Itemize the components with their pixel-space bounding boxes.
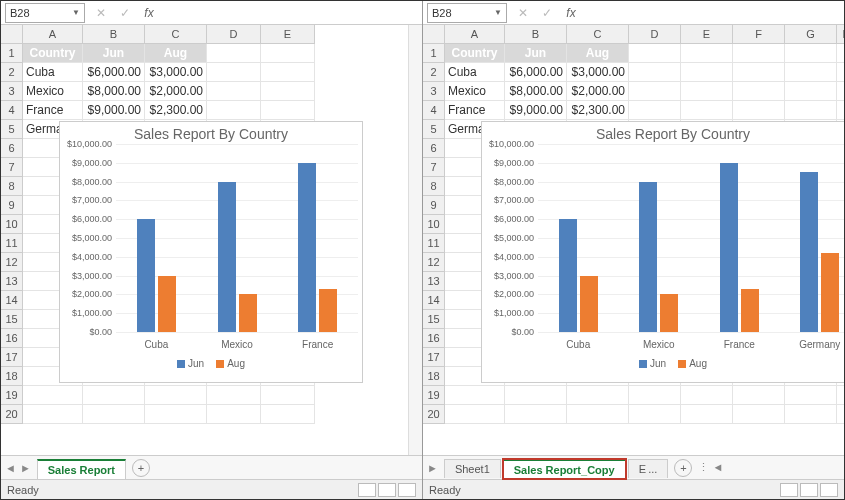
row-header[interactable]: 3 bbox=[423, 82, 445, 101]
column-header[interactable]: F bbox=[733, 25, 785, 44]
cell[interactable] bbox=[681, 63, 733, 82]
row-header[interactable]: 7 bbox=[423, 158, 445, 177]
cell[interactable] bbox=[681, 405, 733, 424]
cell[interactable]: Cuba bbox=[23, 63, 83, 82]
cell[interactable]: Cuba bbox=[445, 63, 505, 82]
column-header[interactable]: D bbox=[629, 25, 681, 44]
cell[interactable] bbox=[629, 405, 681, 424]
cell[interactable] bbox=[733, 386, 785, 405]
row-header[interactable]: 17 bbox=[1, 348, 23, 367]
cell[interactable] bbox=[733, 63, 785, 82]
row-header[interactable]: 13 bbox=[1, 272, 23, 291]
cell[interactable] bbox=[733, 44, 785, 63]
cell[interactable] bbox=[207, 44, 261, 63]
cell[interactable]: France bbox=[23, 101, 83, 120]
row-header[interactable]: 19 bbox=[1, 386, 23, 405]
cell[interactable] bbox=[837, 101, 844, 120]
cell[interactable] bbox=[145, 405, 207, 424]
row-header[interactable]: 5 bbox=[1, 120, 23, 139]
cell[interactable] bbox=[837, 44, 844, 63]
tab-nav-next-icon[interactable]: ► bbox=[20, 462, 31, 474]
cell[interactable]: Aug bbox=[567, 44, 629, 63]
row-header[interactable]: 15 bbox=[1, 310, 23, 329]
dropdown-icon[interactable]: ▼ bbox=[72, 8, 80, 17]
cell[interactable] bbox=[261, 405, 315, 424]
cell[interactable] bbox=[505, 386, 567, 405]
cancel-icon[interactable]: ✕ bbox=[89, 6, 113, 20]
column-header[interactable]: E bbox=[261, 25, 315, 44]
row-header[interactable]: 10 bbox=[1, 215, 23, 234]
cell[interactable]: $3,000.00 bbox=[145, 63, 207, 82]
row-header[interactable]: 11 bbox=[423, 234, 445, 253]
confirm-icon[interactable]: ✓ bbox=[113, 6, 137, 20]
row-header[interactable]: 19 bbox=[423, 386, 445, 405]
cell[interactable] bbox=[261, 63, 315, 82]
view-page-break-button[interactable] bbox=[820, 483, 838, 497]
cell[interactable] bbox=[261, 386, 315, 405]
row-header[interactable]: 14 bbox=[423, 291, 445, 310]
row-header[interactable]: 18 bbox=[1, 367, 23, 386]
row-header[interactable]: 7 bbox=[1, 158, 23, 177]
select-all-corner[interactable] bbox=[423, 25, 445, 44]
cell[interactable]: $9,000.00 bbox=[505, 101, 567, 120]
cell[interactable] bbox=[505, 405, 567, 424]
cell[interactable]: $9,000.00 bbox=[83, 101, 145, 120]
cell[interactable] bbox=[733, 101, 785, 120]
row-header[interactable]: 8 bbox=[1, 177, 23, 196]
chart[interactable]: Sales Report By Country$0.00$1,000.00$2,… bbox=[481, 121, 844, 383]
fx-icon[interactable]: fx bbox=[559, 6, 583, 20]
row-header[interactable]: 16 bbox=[1, 329, 23, 348]
row-header[interactable]: 13 bbox=[423, 272, 445, 291]
name-box[interactable]: B28▼ bbox=[427, 3, 507, 23]
row-header[interactable]: 12 bbox=[423, 253, 445, 272]
cell[interactable] bbox=[785, 44, 837, 63]
cell[interactable] bbox=[785, 63, 837, 82]
view-normal-button[interactable] bbox=[780, 483, 798, 497]
row-header[interactable]: 8 bbox=[423, 177, 445, 196]
cell[interactable]: Jun bbox=[83, 44, 145, 63]
column-header[interactable]: A bbox=[23, 25, 83, 44]
add-sheet-button[interactable]: + bbox=[132, 459, 150, 477]
cell[interactable] bbox=[681, 101, 733, 120]
row-header[interactable]: 9 bbox=[423, 196, 445, 215]
cell[interactable] bbox=[681, 82, 733, 101]
select-all-corner[interactable] bbox=[1, 25, 23, 44]
cell[interactable] bbox=[145, 386, 207, 405]
chart[interactable]: Sales Report By Country$0.00$1,000.00$2,… bbox=[59, 121, 363, 383]
row-header[interactable]: 9 bbox=[1, 196, 23, 215]
cell[interactable] bbox=[837, 405, 844, 424]
row-header[interactable]: 4 bbox=[1, 101, 23, 120]
row-header[interactable]: 18 bbox=[423, 367, 445, 386]
row-header[interactable]: 20 bbox=[1, 405, 23, 424]
row-header[interactable]: 2 bbox=[1, 63, 23, 82]
column-header[interactable]: C bbox=[567, 25, 629, 44]
cell[interactable] bbox=[681, 44, 733, 63]
cell[interactable] bbox=[261, 44, 315, 63]
column-header[interactable]: H bbox=[837, 25, 844, 44]
row-header[interactable]: 4 bbox=[423, 101, 445, 120]
tab-overflow-icon[interactable]: ⋮ ◄ bbox=[698, 461, 723, 474]
dropdown-icon[interactable]: ▼ bbox=[494, 8, 502, 17]
cell[interactable]: Country bbox=[445, 44, 505, 63]
cell[interactable]: Country bbox=[23, 44, 83, 63]
cell[interactable] bbox=[629, 82, 681, 101]
tab-nav-next-icon[interactable]: ► bbox=[427, 462, 438, 474]
column-header[interactable]: B bbox=[83, 25, 145, 44]
column-header[interactable]: B bbox=[505, 25, 567, 44]
column-header[interactable]: D bbox=[207, 25, 261, 44]
view-page-break-button[interactable] bbox=[398, 483, 416, 497]
row-header[interactable]: 6 bbox=[423, 139, 445, 158]
sheet-tab[interactable]: E ... bbox=[628, 459, 669, 478]
row-header[interactable]: 11 bbox=[1, 234, 23, 253]
cell[interactable] bbox=[785, 101, 837, 120]
row-header[interactable]: 14 bbox=[1, 291, 23, 310]
row-header[interactable]: 1 bbox=[423, 44, 445, 63]
cell[interactable]: $6,000.00 bbox=[505, 63, 567, 82]
row-header[interactable]: 20 bbox=[423, 405, 445, 424]
cell[interactable] bbox=[837, 386, 844, 405]
cell[interactable]: $3,000.00 bbox=[567, 63, 629, 82]
cell[interactable] bbox=[629, 101, 681, 120]
cell[interactable]: $2,000.00 bbox=[567, 82, 629, 101]
cell[interactable]: $8,000.00 bbox=[83, 82, 145, 101]
cell[interactable] bbox=[261, 101, 315, 120]
